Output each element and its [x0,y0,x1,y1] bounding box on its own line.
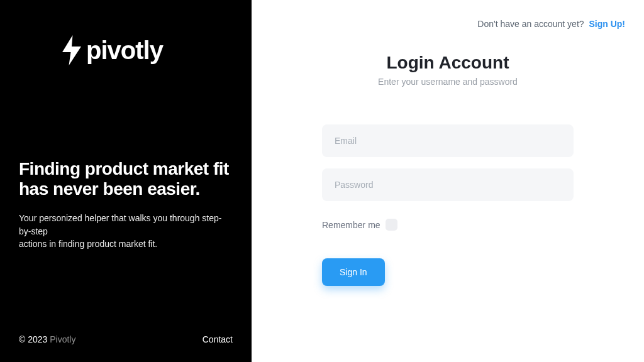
signup-link[interactable]: Sign Up! [589,19,625,29]
login-form: Remember me Sign In [322,124,574,286]
marketing-panel: pivotly Finding product market fit has n… [0,0,252,362]
bolt-icon [60,31,84,69]
contact-link[interactable]: Contact [203,334,233,344]
hero-sub-line: Your personized helper that walks you th… [19,213,221,236]
signup-prompt-text: Don't have an account yet? [477,19,584,29]
password-field[interactable] [322,168,574,201]
copyright-year: © 2023 [19,334,50,344]
email-field[interactable] [322,124,574,157]
left-footer: © 2023 Pivotly Contact [19,334,233,344]
signin-button[interactable]: Sign In [322,258,385,286]
auth-panel: Don't have an account yet? Sign Up! Logi… [252,0,644,362]
login-subtitle: Enter your username and password [378,77,518,87]
remember-row: Remember me [322,219,574,231]
login-title: Login Account [378,53,518,73]
hero-section: Finding product market fit has never bee… [19,159,233,250]
hero-subtitle: Your personized helper that walks you th… [19,212,233,250]
copyright: © 2023 Pivotly [19,334,75,344]
login-header: Login Account Enter your username and pa… [378,53,518,87]
remember-toggle[interactable] [386,219,397,231]
signup-prompt: Don't have an account yet? Sign Up! [477,19,625,29]
remember-label: Remember me [322,220,380,230]
logo: pivotly [19,31,233,69]
copyright-brand: Pivotly [50,334,75,344]
hero-sub-line: actions in finding product market fit. [19,239,157,249]
hero-title-line: Finding product market fit [19,159,229,178]
hero-title-line: has never been easier. [19,179,200,199]
hero-title: Finding product market fit has never bee… [19,159,233,199]
brand-name: pivotly [86,38,163,63]
